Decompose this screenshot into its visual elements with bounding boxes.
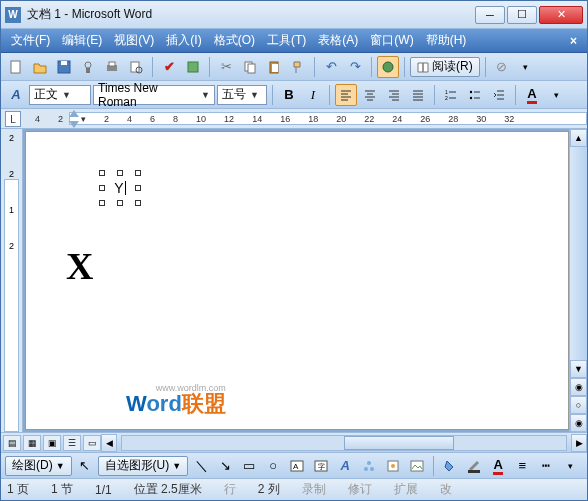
align-justify-button[interactable] xyxy=(407,84,429,106)
browse-object-button[interactable]: ○ xyxy=(570,396,587,414)
menu-window[interactable]: 窗口(W) xyxy=(364,30,419,51)
scroll-down-button[interactable]: ▼ xyxy=(570,360,587,378)
increase-indent-icon[interactable] xyxy=(488,84,510,106)
italic-button[interactable]: I xyxy=(302,84,324,106)
prev-page-button[interactable]: ◉ xyxy=(570,378,587,396)
menu-bar: 文件(F) 编辑(E) 视图(V) 插入(I) 格式(O) 工具(T) 表格(A… xyxy=(1,29,587,53)
format-painter-icon[interactable] xyxy=(287,56,309,78)
insert-picture-icon[interactable] xyxy=(406,455,428,477)
menu-tools[interactable]: 工具(T) xyxy=(261,30,312,51)
menu-insert[interactable]: 插入(I) xyxy=(160,30,207,51)
print-layout-view-button[interactable]: ▣ xyxy=(43,435,61,451)
text-box[interactable]: Y xyxy=(96,167,144,209)
font-combo[interactable]: Times New Roman▼ xyxy=(93,85,215,105)
indent-marker[interactable] xyxy=(69,109,79,129)
permission-icon[interactable] xyxy=(77,56,99,78)
research-icon[interactable] xyxy=(182,56,204,78)
status-line: 行 xyxy=(224,481,236,498)
vertical-ruler[interactable]: 2 2 1 2 xyxy=(1,129,23,432)
copy-icon[interactable] xyxy=(239,56,261,78)
font-color-draw-icon[interactable]: A xyxy=(487,455,509,477)
numbered-list-icon[interactable]: 12 xyxy=(440,84,462,106)
align-right-button[interactable] xyxy=(383,84,405,106)
status-ovr: 改 xyxy=(440,481,452,498)
font-color-button[interactable]: A xyxy=(521,84,543,106)
print-preview-icon[interactable] xyxy=(125,56,147,78)
wordart-icon[interactable]: A xyxy=(334,455,356,477)
tab-selector[interactable]: L xyxy=(5,111,21,127)
diagram-icon[interactable] xyxy=(358,455,380,477)
align-left-button[interactable] xyxy=(335,84,357,106)
autoshapes-button[interactable]: 自选图形(U) ▼ xyxy=(98,456,189,476)
bold-button[interactable]: B xyxy=(278,84,300,106)
outline-view-button[interactable]: ☰ xyxy=(63,435,81,451)
document-close-button[interactable]: × xyxy=(564,34,583,48)
undo-icon[interactable]: ↶ xyxy=(320,56,342,78)
line-style-icon[interactable]: ≡ xyxy=(511,455,533,477)
textbox-icon[interactable]: A xyxy=(286,455,308,477)
menu-file[interactable]: 文件(F) xyxy=(5,30,56,51)
menu-format[interactable]: 格式(O) xyxy=(208,30,261,51)
menu-table[interactable]: 表格(A) xyxy=(312,30,364,51)
dash-style-icon[interactable]: ┅ xyxy=(535,455,557,477)
insert-hyperlink-icon[interactable] xyxy=(377,56,399,78)
toolbar-options-icon[interactable]: ▾ xyxy=(545,84,567,106)
paste-icon[interactable] xyxy=(263,56,285,78)
read-label: 阅读(R) xyxy=(432,58,473,75)
save-icon[interactable] xyxy=(53,56,75,78)
horizontal-scrollbar[interactable] xyxy=(121,435,567,451)
spellcheck-icon[interactable]: ✔ xyxy=(158,56,180,78)
menu-help[interactable]: 帮助(H) xyxy=(420,30,473,51)
svg-rect-29 xyxy=(468,470,480,473)
menu-edit[interactable]: 编辑(E) xyxy=(56,30,108,51)
rectangle-icon[interactable]: ▭ xyxy=(238,455,260,477)
toolbar-options-icon[interactable]: ▾ xyxy=(559,455,581,477)
scroll-left-button[interactable]: ◀ xyxy=(101,434,117,452)
bulleted-list-icon[interactable] xyxy=(464,84,486,106)
minimize-button[interactable]: ─ xyxy=(475,6,505,24)
horizontal-ruler[interactable]: L 4 2 ▾ 2 4 6 8 10 12 14 16 18 20 22 24 … xyxy=(1,109,587,129)
standard-toolbar: ✔ ✂ ↶ ↷ 阅读(R) ⊘ ▾ xyxy=(1,53,587,81)
maximize-button[interactable]: ☐ xyxy=(507,6,537,24)
textbox-text[interactable]: Y xyxy=(114,180,123,196)
svg-point-18 xyxy=(470,96,472,98)
scroll-up-button[interactable]: ▲ xyxy=(570,129,587,147)
toolbar-options-icon[interactable]: ▾ xyxy=(515,56,537,78)
oval-icon[interactable]: ○ xyxy=(262,455,284,477)
menu-view[interactable]: 视图(V) xyxy=(108,30,160,51)
scroll-right-button[interactable]: ▶ xyxy=(571,434,587,452)
open-icon[interactable] xyxy=(29,56,51,78)
reading-layout-button[interactable]: 阅读(R) xyxy=(410,57,480,77)
redo-icon[interactable]: ↷ xyxy=(344,56,366,78)
fill-color-icon[interactable] xyxy=(439,455,461,477)
link-icon[interactable]: ⊘ xyxy=(491,56,513,78)
clipart-icon[interactable] xyxy=(382,455,404,477)
cut-icon[interactable]: ✂ xyxy=(215,56,237,78)
reading-view-button[interactable]: ▭ xyxy=(83,435,101,451)
web-layout-view-button[interactable]: ▦ xyxy=(23,435,41,451)
drawing-toolbar: 绘图(D) ▼ ↖ 自选图形(U) ▼ ＼ ↘ ▭ ○ A 字 A A ≡ ┅ … xyxy=(1,452,587,478)
styles-pane-icon[interactable]: A xyxy=(5,84,27,106)
vertical-scrollbar[interactable]: ▲ ▼ ◉ ○ ◉ xyxy=(569,129,587,432)
draw-menu-button[interactable]: 绘图(D) ▼ xyxy=(5,456,72,476)
document-text[interactable]: X xyxy=(66,244,93,288)
align-center-button[interactable] xyxy=(359,84,381,106)
line-icon[interactable]: ＼ xyxy=(190,455,212,477)
vertical-textbox-icon[interactable]: 字 xyxy=(310,455,332,477)
new-doc-icon[interactable] xyxy=(5,56,27,78)
select-objects-icon[interactable]: ↖ xyxy=(74,455,96,477)
book-icon xyxy=(417,61,429,73)
font-size-combo[interactable]: 五号▼ xyxy=(217,85,267,105)
arrow-icon[interactable]: ↘ xyxy=(214,455,236,477)
print-icon[interactable] xyxy=(101,56,123,78)
scroll-thumb[interactable] xyxy=(344,436,454,450)
style-combo[interactable]: 正文▼ xyxy=(29,85,91,105)
next-page-button[interactable]: ◉ xyxy=(570,414,587,432)
close-button[interactable]: ✕ xyxy=(539,6,583,24)
normal-view-button[interactable]: ▤ xyxy=(3,435,21,451)
watermark: www.wordlm.com Word联盟 xyxy=(126,389,226,419)
document-page[interactable]: X Y www.wordlm.com Word联盟 xyxy=(25,131,569,430)
svg-point-23 xyxy=(367,461,371,465)
svg-text:A: A xyxy=(293,462,299,471)
line-color-icon[interactable] xyxy=(463,455,485,477)
